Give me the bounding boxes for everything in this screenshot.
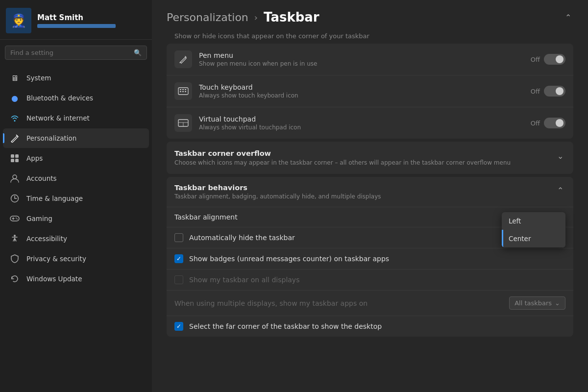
- svg-rect-4: [15, 159, 19, 162]
- svg-point-5: [13, 175, 17, 179]
- corner-icons-description: Show or hide icons that appear on the co…: [167, 29, 573, 44]
- svg-rect-2: [15, 154, 19, 158]
- main-content: Personalization › Taskbar ⌃ Show or hide…: [152, 0, 588, 392]
- sidebar-item-accounts[interactable]: Accounts: [3, 169, 149, 188]
- collapse-top-button[interactable]: ⌃: [563, 11, 573, 24]
- sidebar-item-personalization[interactable]: Personalization: [3, 128, 149, 148]
- user-bar: [37, 24, 116, 28]
- virtual-touchpad-text: Virtual touchpad Always show virtual tou…: [199, 115, 524, 131]
- virtual-touchpad-toggle[interactable]: [544, 118, 565, 128]
- taskbars-row: When using multiple displays, show my ta…: [167, 291, 573, 316]
- show-badges-checkbox[interactable]: [174, 254, 183, 263]
- content-body: Show or hide icons that appear on the co…: [152, 29, 588, 349]
- sidebar-item-label: System: [26, 74, 51, 82]
- svg-rect-19: [185, 91, 186, 92]
- virtual-touchpad-icon: [174, 114, 192, 132]
- pen-menu-toggle[interactable]: [544, 54, 565, 65]
- svg-rect-14: [180, 89, 181, 90]
- touch-keyboard-toggle-label: Off: [531, 86, 565, 97]
- pen-menu-row: Pen menu Show pen menu icon when pen is …: [167, 44, 573, 75]
- touch-keyboard-icon: [174, 82, 192, 100]
- virtual-touchpad-row: Virtual touchpad Always show virtual tou…: [167, 107, 573, 139]
- sidebar-item-network[interactable]: Network & internet: [3, 108, 149, 128]
- pen-menu-toggle-label: Off: [531, 54, 565, 65]
- behaviors-section: Taskbar behaviors Taskbar alignment, bad…: [167, 177, 573, 337]
- taskbars-value: All taskbars: [514, 299, 552, 307]
- svg-rect-1: [11, 154, 14, 158]
- far-corner-label: Select the far corner of the taskbar to …: [189, 322, 382, 330]
- behaviors-title: Taskbar behaviors: [174, 184, 381, 192]
- far-corner-checkbox[interactable]: [174, 322, 183, 331]
- overflow-section[interactable]: Taskbar corner overflow Choose which ico…: [167, 142, 573, 174]
- sidebar-item-label: Accessibility: [26, 235, 67, 243]
- time-icon: [10, 194, 20, 203]
- sidebar-item-privacy[interactable]: Privacy & security: [3, 249, 149, 269]
- sidebar-item-label: Gaming: [26, 215, 52, 222]
- bluetooth-icon: ●: [10, 93, 20, 103]
- taskbars-dropdown[interactable]: All taskbars ⌄: [509, 296, 565, 310]
- overflow-subtitle: Choose which icons may appear in the tas…: [174, 159, 555, 166]
- accounts-icon: [10, 173, 20, 183]
- auto-hide-checkbox[interactable]: [174, 233, 183, 242]
- sidebar-item-system[interactable]: 🖥 System: [3, 68, 149, 88]
- gaming-icon: [10, 214, 20, 223]
- taskbars-label: When using multiple displays, show my ta…: [174, 299, 503, 307]
- corner-icons-section: Pen menu Show pen menu icon when pen is …: [167, 44, 573, 139]
- behaviors-header: Taskbar behaviors Taskbar alignment, bad…: [167, 177, 573, 207]
- touch-keyboard-row: Touch keyboard Always show touch keyboar…: [167, 75, 573, 107]
- sidebar-item-accessibility[interactable]: Accessibility: [3, 229, 149, 248]
- sidebar-item-apps[interactable]: Apps: [3, 148, 149, 168]
- nav-items: 🖥 System ● Bluetooth & devices Network &…: [0, 66, 152, 392]
- sidebar-item-label: Apps: [26, 154, 43, 162]
- touch-keyboard-text: Touch keyboard Always show touch keyboar…: [199, 83, 524, 99]
- breadcrumb-current: Taskbar: [264, 10, 319, 24]
- search-box[interactable]: 🔍: [5, 46, 147, 60]
- search-input[interactable]: [10, 49, 130, 56]
- system-icon: 🖥: [10, 73, 20, 83]
- sidebar-item-time[interactable]: Time & language: [3, 189, 149, 208]
- auto-hide-label: Automatically hide the taskbar: [189, 234, 295, 242]
- privacy-icon: [10, 254, 20, 264]
- svg-point-12: [14, 235, 16, 237]
- overflow-expand-button[interactable]: ⌄: [555, 149, 565, 163]
- show-badges-row: Show badges (unread messages counter) on…: [167, 248, 573, 270]
- sidebar-item-bluetooth[interactable]: ● Bluetooth & devices: [3, 88, 149, 108]
- virtual-touchpad-subtitle: Always show virtual touchpad icon: [199, 124, 524, 131]
- svg-rect-17: [180, 91, 181, 92]
- alignment-row: Taskbar alignment Left Center: [167, 207, 573, 227]
- sidebar-item-gaming[interactable]: Gaming: [3, 209, 149, 228]
- all-displays-label: Show my taskbar on all displays: [189, 276, 299, 284]
- avatar: 👮: [6, 8, 31, 33]
- alignment-option-left[interactable]: Left: [502, 212, 565, 230]
- user-name: Matt Smith: [37, 13, 146, 22]
- sidebar: 👮 Matt Smith 🔍 🖥 System ● Bluetooth & de…: [0, 0, 152, 392]
- pen-menu-title: Pen menu: [199, 51, 524, 59]
- user-profile[interactable]: 👮 Matt Smith: [0, 0, 152, 40]
- sidebar-item-label: Time & language: [26, 195, 83, 202]
- behaviors-subtitle: Taskbar alignment, badging, automaticall…: [174, 193, 381, 200]
- breadcrumb-separator: ›: [254, 12, 258, 23]
- personalization-icon: [10, 133, 20, 143]
- alignment-dropdown[interactable]: Left Center: [502, 212, 565, 247]
- pen-menu-subtitle: Show pen menu icon when pen is in use: [199, 60, 524, 67]
- breadcrumb-parent[interactable]: Personalization: [167, 11, 248, 24]
- svg-rect-15: [182, 89, 184, 90]
- svg-rect-3: [11, 159, 14, 162]
- all-displays-checkbox[interactable]: [174, 275, 183, 284]
- chevron-down-icon: ⌄: [555, 299, 560, 307]
- sidebar-item-label: Personalization: [26, 134, 76, 142]
- pen-menu-text: Pen menu Show pen menu icon when pen is …: [199, 51, 524, 67]
- svg-rect-18: [182, 91, 184, 92]
- search-container: 🔍: [0, 40, 152, 66]
- sidebar-item-label: Windows Update: [26, 275, 82, 283]
- svg-rect-16: [185, 89, 186, 90]
- sidebar-item-update[interactable]: Windows Update: [3, 269, 149, 289]
- behaviors-collapse-button[interactable]: ⌃: [555, 184, 565, 197]
- touch-keyboard-title: Touch keyboard: [199, 83, 524, 91]
- sidebar-item-label: Accounts: [26, 174, 57, 182]
- svg-point-11: [17, 219, 18, 220]
- page-header: Personalization › Taskbar ⌃: [152, 0, 588, 29]
- touch-keyboard-toggle[interactable]: [544, 86, 565, 97]
- alignment-option-center[interactable]: Center: [502, 230, 565, 247]
- sidebar-item-label: Bluetooth & devices: [26, 94, 93, 102]
